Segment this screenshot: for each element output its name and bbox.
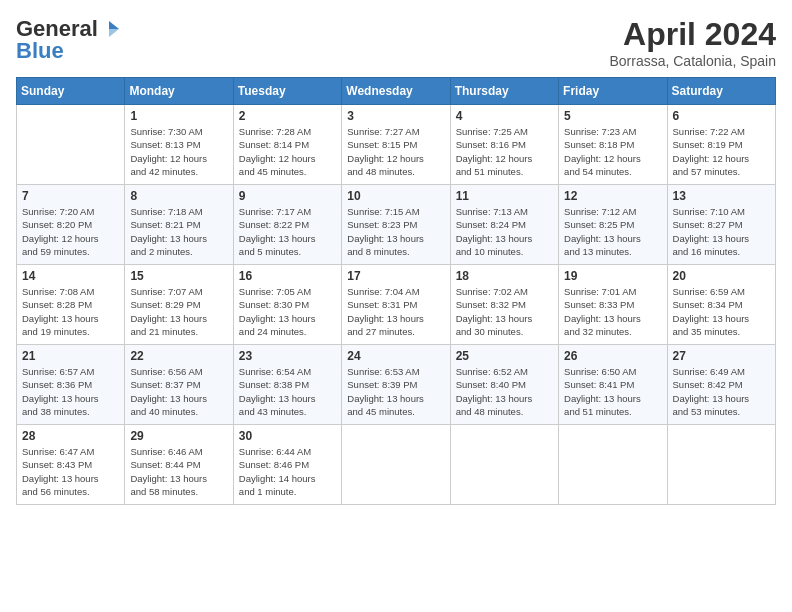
day-number: 11 — [456, 189, 553, 203]
calendar-cell: 11Sunrise: 7:13 AM Sunset: 8:24 PM Dayli… — [450, 185, 558, 265]
day-number: 18 — [456, 269, 553, 283]
day-number: 22 — [130, 349, 227, 363]
day-number: 29 — [130, 429, 227, 443]
calendar-cell: 28Sunrise: 6:47 AM Sunset: 8:43 PM Dayli… — [17, 425, 125, 505]
day-info: Sunrise: 7:30 AM Sunset: 8:13 PM Dayligh… — [130, 125, 227, 178]
day-info: Sunrise: 6:47 AM Sunset: 8:43 PM Dayligh… — [22, 445, 119, 498]
day-number: 28 — [22, 429, 119, 443]
day-number: 8 — [130, 189, 227, 203]
calendar-cell: 29Sunrise: 6:46 AM Sunset: 8:44 PM Dayli… — [125, 425, 233, 505]
calendar-cell — [450, 425, 558, 505]
logo-blue: Blue — [16, 38, 64, 64]
day-info: Sunrise: 7:27 AM Sunset: 8:15 PM Dayligh… — [347, 125, 444, 178]
day-info: Sunrise: 7:02 AM Sunset: 8:32 PM Dayligh… — [456, 285, 553, 338]
calendar-body: 1Sunrise: 7:30 AM Sunset: 8:13 PM Daylig… — [17, 105, 776, 505]
calendar-cell: 7Sunrise: 7:20 AM Sunset: 8:20 PM Daylig… — [17, 185, 125, 265]
day-info: Sunrise: 7:22 AM Sunset: 8:19 PM Dayligh… — [673, 125, 770, 178]
day-number: 14 — [22, 269, 119, 283]
calendar-cell: 23Sunrise: 6:54 AM Sunset: 8:38 PM Dayli… — [233, 345, 341, 425]
calendar-cell: 8Sunrise: 7:18 AM Sunset: 8:21 PM Daylig… — [125, 185, 233, 265]
day-info: Sunrise: 7:20 AM Sunset: 8:20 PM Dayligh… — [22, 205, 119, 258]
day-of-week-header: Monday — [125, 78, 233, 105]
calendar-cell: 1Sunrise: 7:30 AM Sunset: 8:13 PM Daylig… — [125, 105, 233, 185]
calendar-cell: 25Sunrise: 6:52 AM Sunset: 8:40 PM Dayli… — [450, 345, 558, 425]
calendar-week-row: 14Sunrise: 7:08 AM Sunset: 8:28 PM Dayli… — [17, 265, 776, 345]
day-info: Sunrise: 6:52 AM Sunset: 8:40 PM Dayligh… — [456, 365, 553, 418]
calendar-week-row: 21Sunrise: 6:57 AM Sunset: 8:36 PM Dayli… — [17, 345, 776, 425]
calendar-cell: 30Sunrise: 6:44 AM Sunset: 8:46 PM Dayli… — [233, 425, 341, 505]
day-of-week-header: Sunday — [17, 78, 125, 105]
day-of-week-header: Thursday — [450, 78, 558, 105]
day-info: Sunrise: 6:56 AM Sunset: 8:37 PM Dayligh… — [130, 365, 227, 418]
day-info: Sunrise: 7:07 AM Sunset: 8:29 PM Dayligh… — [130, 285, 227, 338]
logo: General Blue — [16, 16, 119, 64]
calendar-cell: 22Sunrise: 6:56 AM Sunset: 8:37 PM Dayli… — [125, 345, 233, 425]
day-number: 9 — [239, 189, 336, 203]
day-number: 27 — [673, 349, 770, 363]
day-info: Sunrise: 7:15 AM Sunset: 8:23 PM Dayligh… — [347, 205, 444, 258]
day-number: 25 — [456, 349, 553, 363]
header: General Blue April 2024 Borrassa, Catalo… — [16, 16, 776, 69]
calendar-week-row: 7Sunrise: 7:20 AM Sunset: 8:20 PM Daylig… — [17, 185, 776, 265]
day-info: Sunrise: 7:13 AM Sunset: 8:24 PM Dayligh… — [456, 205, 553, 258]
day-info: Sunrise: 7:25 AM Sunset: 8:16 PM Dayligh… — [456, 125, 553, 178]
calendar-cell: 3Sunrise: 7:27 AM Sunset: 8:15 PM Daylig… — [342, 105, 450, 185]
calendar-cell: 20Sunrise: 6:59 AM Sunset: 8:34 PM Dayli… — [667, 265, 775, 345]
day-info: Sunrise: 7:28 AM Sunset: 8:14 PM Dayligh… — [239, 125, 336, 178]
calendar-cell: 26Sunrise: 6:50 AM Sunset: 8:41 PM Dayli… — [559, 345, 667, 425]
calendar-cell — [559, 425, 667, 505]
day-info: Sunrise: 7:04 AM Sunset: 8:31 PM Dayligh… — [347, 285, 444, 338]
day-number: 20 — [673, 269, 770, 283]
calendar-cell: 18Sunrise: 7:02 AM Sunset: 8:32 PM Dayli… — [450, 265, 558, 345]
day-number: 26 — [564, 349, 661, 363]
day-info: Sunrise: 7:18 AM Sunset: 8:21 PM Dayligh… — [130, 205, 227, 258]
day-info: Sunrise: 6:50 AM Sunset: 8:41 PM Dayligh… — [564, 365, 661, 418]
day-number: 23 — [239, 349, 336, 363]
location: Borrassa, Catalonia, Spain — [609, 53, 776, 69]
day-number: 6 — [673, 109, 770, 123]
day-number: 1 — [130, 109, 227, 123]
day-info: Sunrise: 6:49 AM Sunset: 8:42 PM Dayligh… — [673, 365, 770, 418]
day-number: 21 — [22, 349, 119, 363]
calendar-table: SundayMondayTuesdayWednesdayThursdayFrid… — [16, 77, 776, 505]
day-number: 3 — [347, 109, 444, 123]
day-info: Sunrise: 7:17 AM Sunset: 8:22 PM Dayligh… — [239, 205, 336, 258]
day-info: Sunrise: 6:59 AM Sunset: 8:34 PM Dayligh… — [673, 285, 770, 338]
day-info: Sunrise: 7:10 AM Sunset: 8:27 PM Dayligh… — [673, 205, 770, 258]
day-number: 7 — [22, 189, 119, 203]
day-of-week-header: Friday — [559, 78, 667, 105]
logo-bird-icon — [99, 19, 119, 39]
day-info: Sunrise: 6:46 AM Sunset: 8:44 PM Dayligh… — [130, 445, 227, 498]
month-title: April 2024 — [609, 16, 776, 53]
day-info: Sunrise: 7:08 AM Sunset: 8:28 PM Dayligh… — [22, 285, 119, 338]
calendar-cell — [17, 105, 125, 185]
calendar-cell: 4Sunrise: 7:25 AM Sunset: 8:16 PM Daylig… — [450, 105, 558, 185]
day-of-week-header: Tuesday — [233, 78, 341, 105]
calendar-cell: 6Sunrise: 7:22 AM Sunset: 8:19 PM Daylig… — [667, 105, 775, 185]
calendar-cell: 5Sunrise: 7:23 AM Sunset: 8:18 PM Daylig… — [559, 105, 667, 185]
day-info: Sunrise: 7:12 AM Sunset: 8:25 PM Dayligh… — [564, 205, 661, 258]
calendar-cell: 9Sunrise: 7:17 AM Sunset: 8:22 PM Daylig… — [233, 185, 341, 265]
calendar-cell: 10Sunrise: 7:15 AM Sunset: 8:23 PM Dayli… — [342, 185, 450, 265]
calendar-cell: 12Sunrise: 7:12 AM Sunset: 8:25 PM Dayli… — [559, 185, 667, 265]
day-info: Sunrise: 6:53 AM Sunset: 8:39 PM Dayligh… — [347, 365, 444, 418]
day-number: 12 — [564, 189, 661, 203]
day-info: Sunrise: 7:01 AM Sunset: 8:33 PM Dayligh… — [564, 285, 661, 338]
day-number: 24 — [347, 349, 444, 363]
svg-marker-1 — [109, 29, 119, 37]
day-number: 19 — [564, 269, 661, 283]
calendar-cell: 17Sunrise: 7:04 AM Sunset: 8:31 PM Dayli… — [342, 265, 450, 345]
calendar-cell: 19Sunrise: 7:01 AM Sunset: 8:33 PM Dayli… — [559, 265, 667, 345]
day-number: 13 — [673, 189, 770, 203]
title-area: April 2024 Borrassa, Catalonia, Spain — [609, 16, 776, 69]
day-info: Sunrise: 7:05 AM Sunset: 8:30 PM Dayligh… — [239, 285, 336, 338]
calendar-cell: 27Sunrise: 6:49 AM Sunset: 8:42 PM Dayli… — [667, 345, 775, 425]
day-info: Sunrise: 6:57 AM Sunset: 8:36 PM Dayligh… — [22, 365, 119, 418]
calendar-header-row: SundayMondayTuesdayWednesdayThursdayFrid… — [17, 78, 776, 105]
day-number: 17 — [347, 269, 444, 283]
day-info: Sunrise: 6:44 AM Sunset: 8:46 PM Dayligh… — [239, 445, 336, 498]
calendar-cell: 15Sunrise: 7:07 AM Sunset: 8:29 PM Dayli… — [125, 265, 233, 345]
calendar-cell — [342, 425, 450, 505]
svg-marker-0 — [109, 21, 119, 29]
day-number: 15 — [130, 269, 227, 283]
